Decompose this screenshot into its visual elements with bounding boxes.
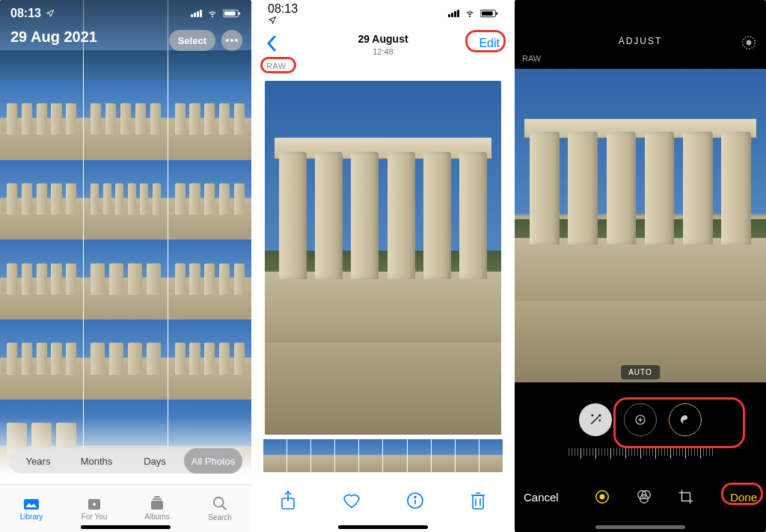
edit-photo-viewport[interactable]: [515, 69, 766, 382]
edit-header: ADJUST: [515, 0, 766, 52]
trash-icon: [470, 491, 486, 510]
svg-point-30: [599, 415, 601, 416]
share-button[interactable]: [280, 491, 296, 510]
yin-yang-icon: [678, 413, 692, 426]
dial-brilliance[interactable]: [669, 403, 702, 436]
search-icon: [212, 495, 228, 512]
photo-viewport[interactable]: [265, 81, 501, 435]
wifi-icon: [206, 9, 218, 18]
share-icon: [280, 491, 296, 510]
photo-thumbnail[interactable]: [0, 239, 83, 322]
status-time: 08:13: [268, 2, 298, 15]
svg-rect-22: [473, 495, 483, 509]
wifi-icon: [464, 9, 476, 18]
home-indicator[interactable]: [81, 525, 171, 529]
edit-mode-title: ADJUST: [619, 36, 663, 46]
location-arrow-icon: [46, 9, 55, 18]
raw-badge: RAW: [522, 54, 541, 63]
location-arrow-icon: [268, 16, 277, 25]
photo-thumbnail[interactable]: [168, 239, 251, 322]
filters-icon: [636, 489, 652, 505]
raw-badge: RAW: [266, 61, 287, 70]
for-you-icon: [86, 496, 102, 511]
library-icon: [22, 496, 40, 511]
photo-edit-screen: ADJUST RAW AUTO Cancel: [515, 0, 766, 532]
dial-exposure[interactable]: [624, 403, 657, 436]
battery-icon: [223, 9, 241, 18]
svg-point-4: [230, 39, 233, 42]
nav-subtitle: 12:48: [373, 47, 393, 56]
svg-rect-9: [151, 501, 163, 510]
photo-thumbnail[interactable]: [84, 319, 167, 403]
svg-rect-2: [224, 11, 236, 16]
status-time: 08:13: [10, 7, 41, 20]
photo-thumbnail[interactable]: [168, 160, 251, 243]
segment-days[interactable]: Days: [126, 448, 184, 474]
exposure-icon: [634, 413, 647, 426]
live-photo-toggle[interactable]: [741, 34, 757, 51]
svg-point-31: [592, 415, 592, 416]
photo-toolbar: [257, 480, 509, 522]
albums-icon: [148, 496, 166, 511]
edit-tab-crop[interactable]: [678, 489, 694, 505]
svg-rect-10: [153, 498, 162, 500]
tab-label: Albums: [144, 513, 169, 521]
tab-search[interactable]: Search: [189, 485, 251, 532]
photo-thumbnail[interactable]: [168, 319, 251, 403]
svg-rect-11: [154, 496, 160, 498]
magic-wand-icon: [588, 412, 603, 427]
photo-thumbnail[interactable]: [84, 160, 167, 243]
grid-date-title: 29 Aug 2021: [10, 28, 97, 46]
svg-point-8: [93, 503, 96, 506]
photo-thumbnail[interactable]: [84, 239, 167, 322]
view-segment-control: Years Months Days All Photos: [9, 448, 242, 474]
live-photo-icon: [741, 34, 757, 51]
heart-icon: [342, 492, 361, 510]
info-button[interactable]: [406, 492, 424, 510]
edit-tab-adjust[interactable]: [594, 489, 610, 505]
adjust-icon: [594, 489, 610, 505]
delete-button[interactable]: [470, 491, 486, 510]
done-button[interactable]: Done: [730, 491, 757, 504]
crop-icon: [678, 489, 694, 505]
svg-rect-15: [496, 12, 497, 15]
adjustment-slider[interactable]: [515, 445, 766, 462]
photo-detail-screen: 08:13 29 August 12:48 Edit RAW: [257, 0, 509, 532]
home-indicator[interactable]: [338, 525, 428, 529]
tab-library[interactable]: Library: [0, 485, 63, 532]
svg-rect-6: [24, 499, 39, 510]
edit-bottom-bar: Cancel Done: [515, 471, 766, 523]
info-icon: [406, 492, 424, 510]
photo-thumbnail[interactable]: [0, 160, 83, 243]
photo-thumbnail[interactable]: [84, 80, 167, 163]
nav-bar: 29 August 12:48 Edit: [257, 27, 509, 60]
svg-line-13: [222, 506, 227, 510]
cancel-button[interactable]: Cancel: [524, 491, 559, 504]
segment-all-photos[interactable]: All Photos: [184, 448, 242, 474]
adjustment-dials: [515, 396, 766, 444]
select-button[interactable]: Select: [169, 30, 215, 51]
svg-point-37: [601, 495, 605, 499]
photos-grid-screen: 08:13 29 Aug 2021 Select Years Months Da…: [0, 0, 251, 532]
tab-label: For You: [82, 513, 107, 521]
segment-months[interactable]: Months: [67, 448, 126, 474]
svg-rect-1: [239, 12, 240, 15]
segment-years[interactable]: Years: [9, 448, 67, 474]
favorite-button[interactable]: [342, 492, 361, 510]
svg-point-32: [599, 420, 600, 421]
photo-thumbnail[interactable]: [168, 80, 251, 163]
auto-adjust-label: AUTO: [621, 365, 660, 379]
svg-point-21: [414, 497, 416, 498]
more-options-button[interactable]: [221, 30, 242, 51]
photo-thumbnail[interactable]: [0, 80, 83, 163]
status-bar: 08:13: [257, 0, 509, 27]
edit-tab-filters[interactable]: [636, 489, 652, 505]
thumbnail-strip[interactable]: [263, 439, 503, 472]
svg-rect-16: [482, 11, 493, 16]
svg-point-5: [235, 39, 238, 42]
dial-auto[interactable]: [579, 403, 612, 436]
home-indicator[interactable]: [595, 525, 685, 529]
photo-thumbnail[interactable]: [0, 319, 83, 403]
cellular-signal-icon: [448, 10, 459, 17]
svg-point-12: [214, 498, 224, 507]
